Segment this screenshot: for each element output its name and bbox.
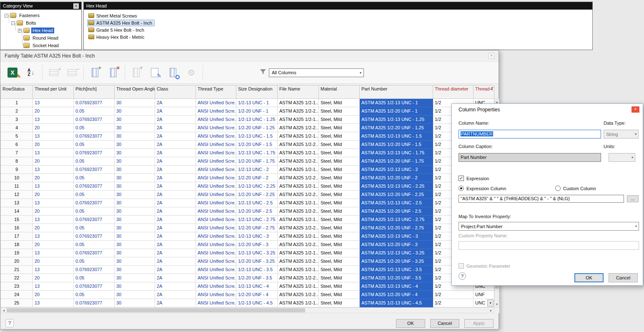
table-cell[interactable]: 30 [115,241,155,249]
table-cell[interactable]: 1/2-13 UNC - 1.25 [236,116,278,124]
table-cell[interactable]: 30 [115,199,155,207]
table-cell[interactable]: ASTM A325 1/2-13 UNC - 3 [360,232,433,241]
edit-cell-button[interactable]: ✎ [147,64,163,81]
table-cell[interactable]: ASTM A325 1/2-13 UNC - 4 [360,282,433,291]
close-icon[interactable]: × [73,3,79,9]
table-cell[interactable]: 20 [33,291,74,299]
table-cell[interactable]: 1/2-13 UNC - 2.25 [236,182,278,191]
row-status-cell[interactable]: 25 [0,299,33,307]
table-cell[interactable]: ANSI Unified Scre... [196,124,236,132]
table-cell[interactable]: 13 [33,132,74,141]
table-cell[interactable]: ANSI Unified Scre... [196,182,236,191]
table-cell[interactable]: 30 [115,149,155,157]
table-cell[interactable]: 2A [155,274,196,282]
table-cell[interactable]: Steel, Mild [319,182,360,191]
table-cell[interactable]: ANSI Unified Scre... [196,291,236,299]
table-cell[interactable]: 1/2-20 UNF - 2.5 [236,207,278,216]
table-cell[interactable]: 2A [155,241,196,249]
cancel-button[interactable]: Cancel [430,319,459,328]
table-cell[interactable]: ANSI Unified Scre... [196,216,236,224]
collapse-icon[interactable]: - [5,14,8,18]
table-cell[interactable]: 20 [33,257,74,266]
table-cell[interactable]: ASTM A325 1/2-20 UNF - 1 [360,107,433,116]
table-cell[interactable]: ASTM A325 1/2-2... [278,157,319,166]
expand-icon[interactable]: + [18,29,22,33]
table-cell[interactable]: ASTM A325 1/2-13 UNC - 1.75 [360,149,433,157]
table-cell[interactable]: 2A [155,141,196,149]
table-cell[interactable]: 30 [115,274,155,282]
row-status-cell[interactable]: 11 [0,182,33,191]
row-status-cell[interactable]: 24 [0,291,33,299]
column-header-size-designation[interactable]: Size Designation [236,85,278,99]
row-status-cell[interactable]: 20 [0,257,33,266]
table-cell[interactable]: Steel, Mild [319,124,360,132]
table-cell[interactable]: ASTM A325 1/2-13 UNC - 1 [360,99,433,107]
table-cell[interactable]: 0.05 [74,174,115,182]
column-header-rowstatus[interactable]: RowStatus [0,85,33,99]
list-item-astm-a325-hex-bolt-inch[interactable]: ASTM A325 Hex Bolt - Inch [84,19,592,26]
table-cell[interactable]: ASTM A325 1/2-1... [278,99,319,107]
table-cell[interactable]: Steel, Mild [319,99,360,107]
table-cell[interactable]: 0.05 [74,207,115,216]
table-cell[interactable]: ASTM A325 1/2-13 UNC - 2.25 [360,182,433,191]
scroll-left-icon[interactable]: ◂ [1,308,7,313]
table-cell[interactable]: ASTM A325 1/2-1... [278,132,319,141]
table-cell[interactable]: 2A [155,149,196,157]
table-cell[interactable]: 30 [115,282,155,291]
row-status-cell[interactable]: 7 [0,149,33,157]
table-cell[interactable]: 1/2-20 UNF - 1 [236,107,278,116]
table-cell[interactable]: Steel, Mild [319,274,360,282]
table-cell[interactable]: 2A [155,99,196,107]
table-cell[interactable]: 1/2-13 UNC - 2.75 [236,216,278,224]
table-cell[interactable]: 2A [155,166,196,174]
table-cell[interactable]: ASTM A325 1/2-1... [278,166,319,174]
table-cell[interactable]: ASTM A325 1/2-20 UNF - 3.5 [360,274,433,282]
table-cell[interactable]: 30 [115,257,155,266]
chevron-down-icon[interactable]: ▾ [487,299,494,307]
table-cell[interactable]: ASTM A325 1/2-1... [278,149,319,157]
custom-column-radio[interactable]: Custom Column [555,186,596,191]
table-cell[interactable]: ASTM A325 1/2-1... [278,249,319,257]
scrollbar-thumb[interactable] [7,308,305,312]
table-cell[interactable]: 30 [115,299,155,307]
table-cell[interactable]: Steel, Mild [319,207,360,216]
column-name-input[interactable]: PARTNUMBER [459,130,601,138]
table-cell[interactable]: 30 [115,107,155,116]
table-cell[interactable]: ASTM A325 1/2-2... [278,224,319,232]
table-cell[interactable]: 30 [115,232,155,241]
column-header-thread-t[interactable]: Thread T▲ [474,85,494,99]
table-cell[interactable]: 0.076923077 [74,249,115,257]
table-cell[interactable]: Steel, Mild [319,249,360,257]
table-cell[interactable]: 0.076923077 [74,232,115,241]
tree-item-hex-head[interactable]: + Hex Head [0,27,81,34]
table-cell[interactable]: ANSI Unified Scre... [196,149,236,157]
table-cell[interactable]: ASTM A325 1/2-20 UNF - 3.25 [360,257,433,266]
table-cell[interactable]: Steel, Mild [319,157,360,166]
table-cell[interactable]: 30 [115,141,155,149]
row-status-cell[interactable]: 1 [0,99,33,107]
table-cell[interactable]: 20 [33,174,74,182]
table-cell[interactable]: ASTM A325 1/2-2... [278,141,319,149]
table-cell[interactable]: 1/2-13 UNC - 3.5 [236,266,278,274]
table-cell[interactable]: 1/2-20 UNF - 3 [236,241,278,249]
table-cell[interactable]: ANSI Unified Scre... [196,274,236,282]
table-cell[interactable]: 1/2-20 UNF - 3.5 [236,274,278,282]
table-cell[interactable]: 30 [115,132,155,141]
expression-column-radio[interactable]: Expression Column [459,186,506,191]
table-cell[interactable]: ASTM A325 1/2-13 UNC - 2.5 [360,199,433,207]
table-cell[interactable]: 0.05 [74,241,115,249]
table-cell[interactable]: 30 [115,124,155,132]
table-cell[interactable]: ASTM A325 1/2-13 UNC - 4.5 [360,299,433,307]
column-header-pitch[interactable]: Pitch[inch] [74,85,115,99]
table-cell[interactable]: Steel, Mild [319,257,360,266]
table-cell[interactable]: 2A [155,249,196,257]
row-status-cell[interactable]: 2 [0,107,33,116]
table-cell[interactable]: ASTM A325 1/2-1... [278,182,319,191]
table-cell[interactable]: 1/2-20 UNF - 2.25 [236,191,278,199]
row-status-cell[interactable]: 16 [0,224,33,232]
table-cell[interactable]: ANSI Unified Scre... [196,199,236,207]
column-header-thread-diameter[interactable]: Thread diameter [433,85,474,99]
table-cell[interactable]: ASTM A325 1/2-1... [278,299,319,307]
table-cell[interactable]: 0.05 [74,141,115,149]
help-button[interactable]: ? [459,272,466,280]
